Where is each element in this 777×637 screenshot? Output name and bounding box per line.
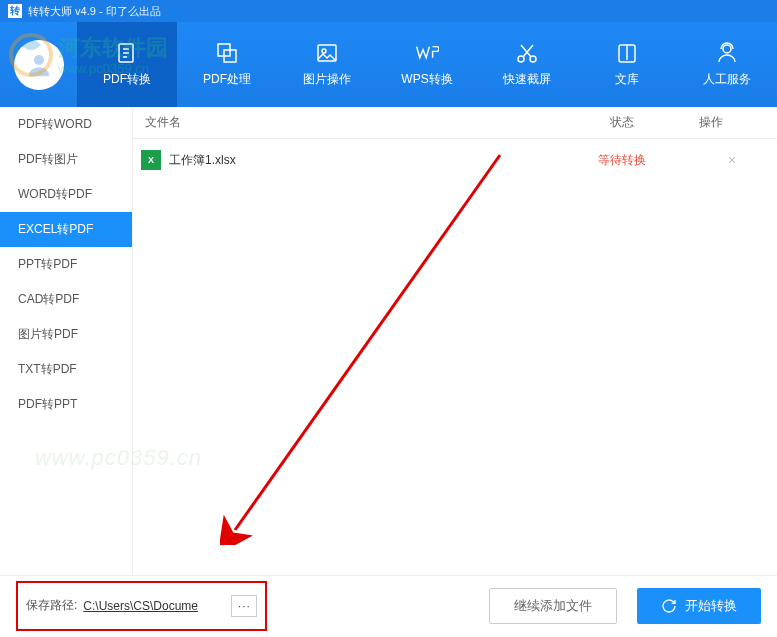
svg-point-5: [322, 49, 326, 53]
start-button-label: 开始转换: [685, 597, 737, 615]
list-header: 文件名 状态 操作: [133, 107, 777, 139]
excel-file-icon: X: [141, 150, 161, 170]
header: PDF转换 PDF处理 图片操作 WPS转换 快速截屏 文库 人工服务: [0, 22, 777, 107]
header-filename: 文件名: [133, 114, 557, 131]
window-title: 转转大师 v4.9 - 印了么出品: [28, 4, 161, 19]
svg-point-8: [723, 45, 731, 53]
tab-label: 人工服务: [703, 71, 751, 88]
tab-screenshot[interactable]: 快速截屏: [477, 22, 577, 107]
tab-image-ops[interactable]: 图片操作: [277, 22, 377, 107]
path-value[interactable]: C:\Users\CS\Docume: [83, 599, 223, 613]
browse-button[interactable]: ···: [231, 595, 257, 617]
support-icon: [715, 41, 739, 65]
sidebar-item-pdf-image[interactable]: PDF转图片: [0, 142, 132, 177]
tab-label: PDF转换: [103, 71, 151, 88]
sidebar-item-txt-pdf[interactable]: TXT转PDF: [0, 352, 132, 387]
header-status: 状态: [557, 114, 687, 131]
tab-label: PDF处理: [203, 71, 251, 88]
sidebar-item-word-pdf[interactable]: WORD转PDF: [0, 177, 132, 212]
tab-pdf-process[interactable]: PDF处理: [177, 22, 277, 107]
refresh-icon: [661, 598, 677, 614]
avatar-icon: [24, 50, 54, 80]
tab-pdf-convert[interactable]: PDF转换: [77, 22, 177, 107]
titlebar: 转 转转大师 v4.9 - 印了么出品: [0, 0, 777, 22]
sidebar-item-ppt-pdf[interactable]: PPT转PDF: [0, 247, 132, 282]
layers-icon: [215, 41, 239, 65]
sidebar-item-pdf-ppt[interactable]: PDF转PPT: [0, 387, 132, 422]
sidebar-item-excel-pdf[interactable]: EXCEL转PDF: [0, 212, 132, 247]
sidebar-item-cad-pdf[interactable]: CAD转PDF: [0, 282, 132, 317]
app-icon: 转: [8, 4, 22, 18]
tab-label: 文库: [615, 71, 639, 88]
sidebar: PDF转WORD PDF转图片 WORD转PDF EXCEL转PDF PPT转P…: [0, 107, 133, 575]
tab-label: WPS转换: [401, 71, 452, 88]
file-status: 等待转换: [557, 152, 687, 169]
user-avatar[interactable]: [14, 40, 64, 90]
tab-support[interactable]: 人工服务: [677, 22, 777, 107]
file-row[interactable]: X 工作簿1.xlsx 等待转换 ×: [133, 139, 777, 181]
remove-file-button[interactable]: ×: [728, 152, 736, 168]
sidebar-item-pdf-word[interactable]: PDF转WORD: [0, 107, 132, 142]
scissors-icon: [515, 41, 539, 65]
tab-wps-convert[interactable]: WPS转换: [377, 22, 477, 107]
tab-label: 快速截屏: [503, 71, 551, 88]
svg-point-0: [34, 55, 44, 65]
start-convert-button[interactable]: 开始转换: [637, 588, 761, 624]
tab-library[interactable]: 文库: [577, 22, 677, 107]
footer: 保存路径: C:\Users\CS\Docume ··· 继续添加文件 开始转换: [0, 575, 777, 635]
wps-icon: [415, 41, 439, 65]
pdf-icon: [115, 41, 139, 65]
nav-tabs: PDF转换 PDF处理 图片操作 WPS转换 快速截屏 文库 人工服务: [77, 22, 777, 107]
image-icon: [315, 41, 339, 65]
sidebar-item-image-pdf[interactable]: 图片转PDF: [0, 317, 132, 352]
path-label: 保存路径:: [26, 597, 77, 614]
header-action: 操作: [687, 114, 777, 131]
tab-label: 图片操作: [303, 71, 351, 88]
library-icon: [615, 41, 639, 65]
file-list-area: 文件名 状态 操作 X 工作簿1.xlsx 等待转换 ×: [133, 107, 777, 575]
add-files-button[interactable]: 继续添加文件: [489, 588, 617, 624]
file-name: 工作簿1.xlsx: [169, 152, 557, 169]
save-path-box: 保存路径: C:\Users\CS\Docume ···: [16, 581, 267, 631]
